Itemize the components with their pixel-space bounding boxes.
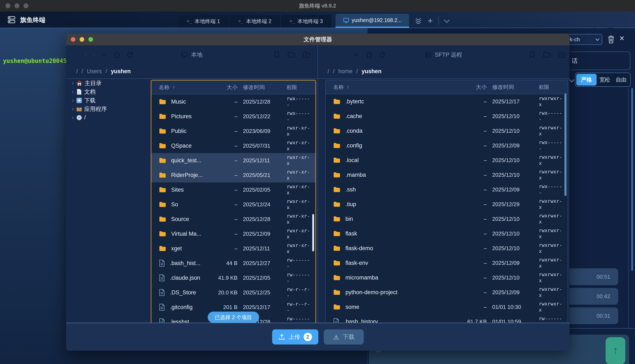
new-folder-icon[interactable] [303,51,310,58]
chevron-right-icon[interactable]: › [72,106,74,112]
remote-table-header: 名称 ↑ 大小 修改时间 权限 [326,80,568,94]
sidebar-item-downloads[interactable]: › 下载 [72,96,148,105]
table-row[interactable]: So – 2025/12/24 rwxr-xr-x [151,197,315,212]
upload-button[interactable]: 上传 2 [272,330,318,344]
table-row[interactable]: python-demo-project – 2025/12/09 rwxrwxr… [326,285,568,300]
file-mtime: 2025/05/21 [243,172,284,178]
table-row[interactable]: RiderProje... – 2025/05/21 rwxr-xr-x [151,168,315,182]
mode-free[interactable]: 自由 [613,76,629,84]
table-row[interactable]: some – 01/01 10:30 rwxrwxr-x [326,300,568,314]
mode-loose[interactable]: 宽松 [596,76,613,84]
table-row[interactable]: xget – 2025/12/11 rwxr-xr-x [151,241,315,256]
table-row[interactable]: .bash_history 61.7 KB 01/01 10:59 rw----… [326,314,568,323]
scrollbar-thumb[interactable] [312,214,314,252]
table-row[interactable]: flask-env – 2025/12/09 rwxrwxr-x [326,256,568,270]
table-row[interactable]: .local – 2025/12/10 rwxrwxr-x [326,153,568,168]
column-size[interactable]: 大小 [462,84,487,91]
column-name[interactable]: 名称 [333,84,344,90]
sort-arrow-icon[interactable]: ↑ [347,84,349,90]
local-breadcrumb[interactable]: //Users/yushen [66,64,317,78]
file-size: 41.9 KB [213,275,238,281]
bookmark-icon[interactable] [529,51,535,58]
column-mtime[interactable]: 修改时间 [492,84,536,91]
breadcrumb-segment[interactable]: yushen [111,68,131,75]
app-menu-icon[interactable] [8,16,16,24]
breadcrumb-segment[interactable]: yushen [362,68,381,75]
folder-icon [333,186,340,192]
sidebar-item-root[interactable]: › / [72,113,148,122]
file-mtime: 2025/12/09 [492,260,536,266]
chevron-right-icon[interactable]: › [72,80,74,86]
breadcrumb-segment[interactable]: / [356,68,358,75]
tab-ssh-session[interactable]: yushen@192.168.2... [336,14,409,28]
chevron-right-icon[interactable]: › [72,98,74,103]
close-icon[interactable]: × [619,34,624,43]
file-icon [159,289,165,296]
table-row[interactable]: flask-demo – 2025/12/10 rwxrwxr-x [326,241,568,256]
table-row[interactable]: .ssh – 2025/12/09 rwx------ [326,182,568,197]
sidebar-item-applications[interactable]: › 应用程序 [72,105,148,113]
table-row[interactable]: .DS_Store 20.0 KB 2025/12/25 rw-r--r-- [151,285,315,300]
table-row[interactable]: micromamba – 2025/12/10 rwxrwxr-x [326,270,568,285]
table-row[interactable]: .tiup – 2025/12/29 rwxrwxr-x [326,197,568,212]
table-row[interactable]: Virtual Ma... – 2025/12/09 rwxr-xr-x [151,226,315,241]
column-size[interactable]: 大小 [213,84,238,91]
breadcrumb-segment[interactable]: home [338,68,353,75]
tab-local-terminal-2[interactable]: >_ 本地终端 2 [230,15,280,28]
send-button[interactable]: ↑ [606,337,625,364]
column-perm[interactable]: 权限 [287,84,310,90]
table-row[interactable]: Pictures – 2025/12/22 rwx------ [151,109,315,124]
table-row[interactable]: .bash_hist... 44 B 2025/12/27 rw------- [151,256,315,270]
scrollbar-thumb[interactable] [631,88,633,271]
file-name: .mamba [345,172,366,178]
chevron-right-icon[interactable]: › [72,89,74,95]
trash-icon[interactable] [607,35,615,44]
upload-count-badge: 2 [304,333,312,341]
table-row[interactable]: Source – 2025/12/28 rwxr-xr-x [151,212,315,226]
table-row[interactable]: Sites – 2025/02/05 rwxr-xr-x [151,182,315,197]
folder-icon[interactable] [543,51,551,58]
tab-local-terminal-3[interactable]: >_ 本地终端 3 [281,15,331,28]
mode-strict[interactable]: 严格 [576,74,596,86]
table-row[interactable]: quick_test... – 2025/12/11 rwxr-xr-x [151,153,315,168]
folder-icon[interactable] [288,51,295,58]
bookmark-icon[interactable] [274,51,280,58]
layers-icon[interactable] [415,17,422,25]
table-row[interactable]: .conda – 2025/12/10 rwxrwxr-x [326,124,568,138]
tab-local-terminal-1[interactable]: >_ 本地终端 1 [178,15,229,28]
scrollbar-thumb[interactable] [564,93,567,196]
table-row[interactable]: bin – 2025/12/10 rwxrwxr-x [326,212,568,226]
table-row[interactable]: QSpace – 2025/07/31 rwxr-xr-x [151,138,315,153]
file-name: some [345,304,359,310]
chevron-down-icon[interactable] [444,17,450,23]
table-row[interactable]: .bytertc – 2025/12/17 rwxrwxr-x [326,94,568,109]
chevron-right-icon[interactable]: › [72,115,74,120]
breadcrumb-segment[interactable]: Users [87,68,102,75]
sort-arrow-icon[interactable]: ↑ [172,84,175,90]
breadcrumb-segment[interactable]: / [333,68,335,75]
breadcrumb-segment[interactable]: / [106,68,107,75]
breadcrumb-segment[interactable]: / [328,68,329,75]
new-folder-icon[interactable] [558,51,566,58]
file-perm: rwx------ [539,140,563,152]
table-row[interactable]: Music – 2025/12/28 rwx------ [151,94,315,109]
local-table-header: 名称 ↑ 大小 修改时间 权限 [151,80,315,94]
chevron-down-icon[interactable] [569,77,574,82]
column-mtime[interactable]: 修改时间 [243,84,284,91]
download-button[interactable]: 下载 [324,330,364,344]
table-row[interactable]: flask – 2025/12/10 rwxrwxr-x [326,226,568,241]
column-name[interactable]: 名称 [159,84,169,91]
table-row[interactable]: .cache – 2025/12/10 rwx------ [326,109,568,124]
table-row[interactable]: .config – 2025/12/09 rwx------ [326,138,568,153]
table-row[interactable]: .mamba – 2025/12/10 rwxrwxr-x [326,168,568,182]
new-tab-button[interactable]: + [428,16,433,26]
table-row[interactable]: .claude.json 41.9 KB 2025/12/05 rw------… [151,270,315,285]
column-perm[interactable]: 权限 [539,84,563,90]
sidebar-item-home[interactable]: › 主目录 [72,79,148,88]
breadcrumb-segment[interactable]: / [76,68,78,75]
sidebar-item-documents[interactable]: › 文档 [72,88,148,96]
breadcrumb-segment[interactable]: / [82,68,83,75]
remote-breadcrumb[interactable]: //home/yushen [317,64,569,78]
folder-icon [333,142,340,148]
table-row[interactable]: Public – 2023/06/09 rwxr-xr-x [151,124,315,138]
